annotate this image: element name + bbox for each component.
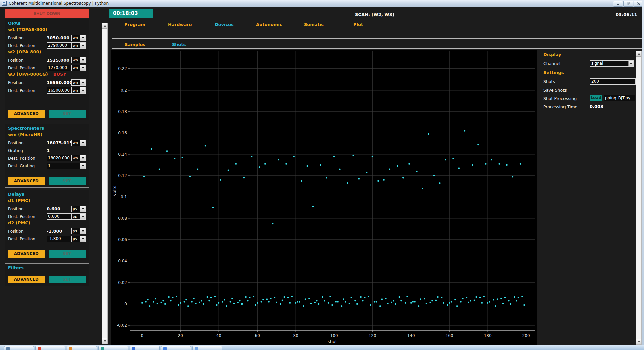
units-select[interactable]: wn [71,35,86,41]
display-header: Display [543,52,561,57]
chevron-down-icon[interactable] [80,88,85,93]
units-select[interactable]: ps [71,236,86,242]
taskbar-app-icon [195,347,198,350]
svg-text:0.02: 0.02 [118,280,127,285]
chevron-down-icon[interactable] [628,61,633,66]
svg-text:0.16: 0.16 [118,131,127,135]
units-select[interactable]: ps [71,206,86,212]
row-label: Grating [8,148,47,153]
destination-input[interactable]: 2790.000 [47,42,71,49]
units-select[interactable]: wn [71,87,86,94]
svg-text:0.22: 0.22 [118,66,127,71]
scroll-up-icon[interactable] [636,51,641,57]
sidebar-scrollbar[interactable] [102,23,108,344]
chevron-down-icon[interactable] [80,214,85,219]
units-select[interactable]: wn [71,155,86,161]
motor-row: Position18075.015wn [8,139,86,147]
tab-somatic[interactable]: Somatic [304,22,324,27]
shots-input[interactable]: 200 [590,78,636,85]
section-delays: Delaysd1 (PMC)Position0.600psDest. Posit… [5,190,89,260]
svg-text:0.2: 0.2 [121,88,127,93]
taskbar [0,345,644,350]
scroll-down-icon[interactable] [636,339,641,344]
units-value: wn [72,155,80,161]
tab-hardware[interactable]: Hardware [168,22,192,27]
advanced-button[interactable]: ADVANCED [8,110,45,118]
taskbar-app-button[interactable] [161,346,191,350]
destination-input[interactable]: 16500.000 [47,87,71,94]
position-readout: 16550.000 [47,80,71,85]
channel-select[interactable]: signal [590,60,634,67]
units-select[interactable]: ps [71,213,86,220]
subtab-shots[interactable]: Shots [172,42,186,47]
advanced-button[interactable]: ADVANCED [8,177,45,185]
units-select[interactable]: ps [71,228,86,234]
chevron-down-icon[interactable] [80,163,86,169]
taskbar-app-button[interactable] [67,346,97,350]
tab-program[interactable]: Program [124,22,145,27]
units-value: wn [72,57,80,63]
tab-plot[interactable]: Plot [353,22,363,27]
destination-input[interactable]: 0.600 [47,213,71,220]
svg-text:20: 20 [178,333,183,338]
svg-text:-0.02: -0.02 [117,323,127,328]
tab-autonomic[interactable]: Autonomic [256,22,282,27]
set-button[interactable]: SET [49,177,86,185]
units-select[interactable]: wn [71,65,86,71]
units-select[interactable]: wn [71,42,86,49]
destination-input[interactable]: -1.800 [47,236,71,242]
advanced-button[interactable]: ADVANCED [8,276,45,283]
save-shots-label: Save Shots [543,88,567,93]
destination-input[interactable]: 18020.000 [47,155,71,161]
chevron-down-icon[interactable] [80,35,85,41]
units-value: wn [72,43,80,48]
tab-underline [112,28,644,28]
motor-row: Position3050.000wn [8,34,86,42]
shutdown-button[interactable]: SHUT DOWN [5,9,89,18]
chevron-down-icon[interactable] [80,65,85,71]
processing-script-field[interactable]: pping_BJT.py [604,95,635,101]
grating-select-input[interactable]: 1 [47,163,80,169]
taskbar-app-button[interactable] [192,346,222,350]
row-label: Dest. Position [8,66,47,70]
destination-input[interactable]: 1270.000 [47,65,71,71]
restore-icon [627,2,630,5]
chevron-down-icon[interactable] [80,80,85,85]
settings-scrollbar[interactable] [636,51,642,345]
tab-devices[interactable]: Devices [215,22,234,27]
units-value: ps [72,236,80,242]
taskbar-app-button[interactable] [35,346,65,350]
advanced-button[interactable]: ADVANCED [8,250,45,258]
chevron-down-icon[interactable] [80,155,85,161]
scroll-down-icon[interactable] [102,338,107,344]
section-filters: FiltersADVANCEDSET [5,263,89,286]
restore-button[interactable] [623,1,633,7]
settings-header: Settings [543,70,564,75]
units-select[interactable]: wn [71,57,86,63]
chevron-down-icon[interactable] [80,228,85,234]
subtab-samples[interactable]: Samples [125,42,145,47]
taskbar-app-button[interactable] [130,346,160,350]
row-label: Position [8,207,47,211]
chevron-down-icon[interactable] [80,206,85,212]
set-button[interactable]: SET [49,110,86,118]
load-script-button[interactable]: Load [590,95,602,101]
section-buttons: ADVANCEDSET [8,250,86,258]
chevron-down-icon[interactable] [80,236,85,242]
taskbar-app-button[interactable] [98,346,128,350]
row-label: Dest. Position [8,88,47,93]
units-select[interactable]: wn [71,140,86,146]
scroll-up-icon[interactable] [102,23,107,29]
taskbar-app-button[interactable] [4,346,34,350]
minimize-button[interactable] [613,1,623,7]
chevron-down-icon[interactable] [80,43,85,48]
chevron-down-icon[interactable] [80,57,85,63]
motor-row: Dest. Position18020.000wn [8,154,86,162]
set-button[interactable]: SET [49,250,86,258]
motor-name: w2 (OPA-800) [8,49,86,56]
set-button[interactable]: SET [49,276,86,283]
section-spectrometers: Spectrometerswm (MicroHR)Position18075.0… [5,124,89,188]
row-label: Position [8,80,47,85]
chevron-down-icon[interactable] [80,140,85,146]
units-select[interactable]: wn [71,79,86,86]
